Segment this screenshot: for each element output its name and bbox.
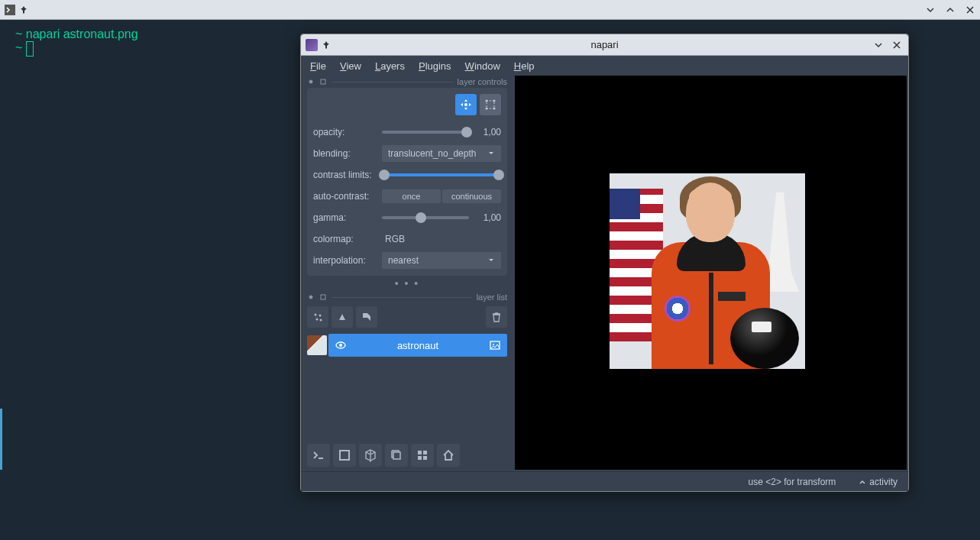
close-icon[interactable] [965, 5, 975, 15]
napari-app-icon [306, 39, 318, 51]
blending-value: translucent_no_depth [388, 148, 476, 159]
chevron-down-icon [487, 150, 495, 157]
menu-layers[interactable]: Layers [375, 60, 405, 72]
svg-rect-24 [423, 456, 427, 460]
new-labels-button[interactable] [356, 306, 377, 328]
pan-zoom-tool[interactable] [455, 94, 477, 115]
terminal-prompt: ~ [15, 27, 22, 40]
terminal-prompt: ~ [15, 41, 22, 54]
activity-button[interactable]: activity [859, 477, 898, 487]
blending-dropdown[interactable]: translucent_no_depth [382, 145, 501, 162]
svg-rect-10 [321, 295, 325, 299]
svg-point-8 [493, 108, 496, 110]
panel-drag-handle[interactable]: • • • [307, 276, 507, 291]
svg-rect-22 [423, 451, 427, 454]
svg-point-7 [486, 108, 488, 110]
popout-icon[interactable] [319, 78, 327, 86]
interpolation-dropdown[interactable]: nearest [382, 252, 501, 269]
opacity-label: opacity: [313, 127, 376, 137]
menu-file[interactable]: File [310, 60, 326, 72]
eye-icon[interactable] [307, 293, 315, 301]
layer-thumbnail [307, 335, 327, 355]
layer-visibility-icon[interactable] [335, 339, 347, 351]
minimize-icon[interactable] [873, 40, 884, 50]
activity-label: activity [869, 477, 898, 487]
viewer-tools [307, 444, 507, 471]
menu-window[interactable]: Window [465, 60, 500, 72]
gamma-label: gamma: [313, 212, 376, 223]
new-shapes-button[interactable] [332, 306, 353, 328]
home-button[interactable] [437, 444, 460, 467]
interpolation-label: interpolation: [313, 255, 376, 266]
menubar: File View Layers Plugins Window Help [301, 56, 908, 76]
layer-controls-header: layer controls [307, 77, 507, 86]
autocontrast-once-button[interactable]: once [382, 189, 441, 203]
status-hint: use <2> for transform [749, 477, 836, 487]
contrast-slider[interactable] [382, 173, 501, 176]
svg-rect-2 [321, 79, 325, 84]
console-button[interactable] [307, 444, 330, 467]
menu-view[interactable]: View [340, 60, 361, 72]
close-icon[interactable] [891, 40, 902, 50]
svg-rect-23 [418, 456, 422, 460]
statusbar: use <2> for transform activity [301, 471, 908, 491]
svg-point-12 [319, 315, 322, 317]
menu-plugins[interactable]: Plugins [419, 60, 451, 72]
popout-icon[interactable] [319, 293, 327, 301]
pin-icon[interactable] [321, 40, 332, 50]
svg-rect-4 [487, 101, 494, 108]
section-label: layer list [477, 293, 507, 302]
viewer-canvas[interactable] [515, 76, 907, 470]
svg-point-11 [315, 314, 317, 316]
svg-point-1 [309, 80, 312, 83]
terminal-command: napari astronaut.png [26, 27, 138, 40]
svg-rect-20 [393, 452, 400, 459]
eye-icon[interactable] [307, 78, 315, 86]
ndisplay-2d-button[interactable] [333, 444, 356, 467]
opacity-slider[interactable] [382, 131, 469, 134]
layer-item[interactable]: astronaut [307, 334, 507, 357]
svg-rect-21 [418, 451, 422, 454]
layer-list-header: layer list [307, 293, 507, 302]
colormap-label: colormap: [313, 234, 376, 244]
svg-point-6 [493, 100, 496, 102]
contrast-label: contrast limits: [313, 170, 376, 180]
gamma-slider[interactable] [382, 216, 469, 219]
chevron-down-icon [487, 257, 495, 264]
blending-label: blending: [313, 148, 376, 159]
svg-point-18 [493, 344, 494, 345]
napari-titlebar[interactable]: napari [301, 34, 908, 56]
transform-tool[interactable] [480, 94, 501, 115]
grid-button[interactable] [411, 444, 434, 467]
svg-point-9 [309, 296, 312, 299]
roll-dims-button[interactable] [385, 444, 408, 467]
displayed-image [610, 173, 805, 369]
menu-help[interactable]: Help [514, 60, 535, 72]
delete-layer-button[interactable] [486, 306, 507, 328]
layer-controls-panel: opacity: 1,00 blending: translucent_no_d… [307, 88, 507, 276]
maximize-icon[interactable] [945, 5, 956, 15]
terminal-app-icon [5, 5, 15, 15]
svg-point-16 [339, 344, 342, 347]
left-panel: layer controls opacity: 1,00 [301, 76, 513, 471]
opacity-value: 1,00 [475, 127, 501, 137]
svg-point-14 [320, 319, 322, 322]
pin-icon[interactable] [18, 5, 29, 15]
section-label: layer controls [458, 77, 507, 86]
autocontrast-continuous-button[interactable]: continuous [442, 189, 501, 203]
image-type-icon [489, 339, 501, 351]
napari-window: napari File View Layers Plugins Window H… [300, 34, 909, 492]
svg-rect-19 [340, 451, 349, 460]
new-points-button[interactable] [307, 306, 328, 328]
svg-point-13 [316, 319, 319, 321]
ndisplay-3d-button[interactable] [359, 444, 382, 467]
terminal-cursor [26, 41, 34, 57]
napari-window-title: napari [590, 39, 618, 50]
minimize-icon[interactable] [925, 5, 936, 15]
chevron-up-icon [859, 478, 866, 486]
interpolation-value: nearest [388, 255, 419, 266]
window-edge-accent [0, 409, 2, 470]
layer-name: astronaut [353, 340, 483, 351]
terminal-titlebar[interactable] [0, 0, 980, 20]
autocontrast-label: auto-contrast: [313, 191, 376, 202]
